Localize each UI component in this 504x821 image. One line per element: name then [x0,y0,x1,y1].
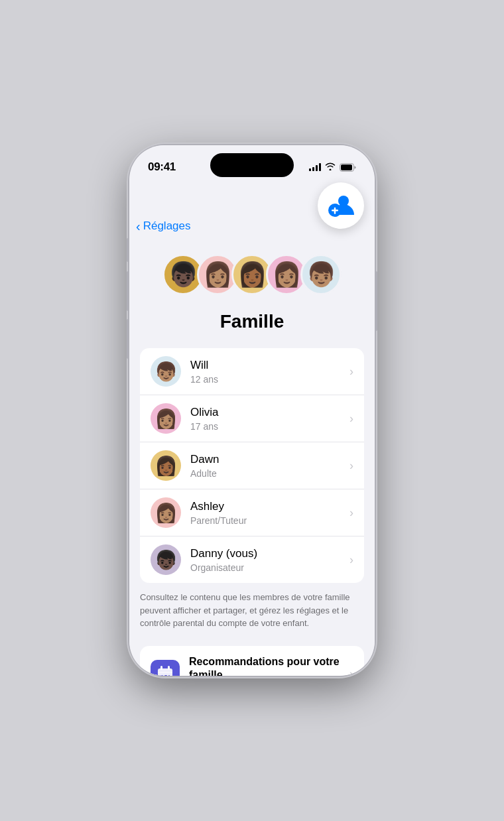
member-role-danny: Organisateur [190,562,344,573]
signal-bar-3 [316,165,318,171]
member-name-will: Will [190,358,344,373]
svg-rect-9 [158,672,172,673]
description-text: Consultez le contenu que les membres de … [129,583,375,643]
recommendation-card[interactable]: Recommandations pour votre famille 7 élé… [140,646,364,676]
back-label: Réglages [143,220,191,233]
member-avatar-olivia: 👩🏽 [151,403,181,434]
signal-bar-1 [309,168,311,171]
members-list: 👦🏽 Will 12 ans › 👩🏽 Olivia 17 ans › [140,348,364,583]
member-name-dawn: Dawn [190,452,344,467]
member-avatar-dawn: 👩🏾 [151,450,181,481]
status-time: 09:41 [148,160,176,174]
member-avatar-will: 👦🏽 [151,356,181,387]
recommendation-icon [151,660,180,676]
avatar-5: 👦🏽 [300,254,342,295]
recommendation-title: Recommandations pour votre famille [189,655,344,676]
member-info-ashley: Ashley Parent/Tuteur [190,499,344,525]
power-button [375,271,377,331]
svg-rect-10 [160,675,163,676]
member-info-olivia: Olivia 17 ans [190,405,344,431]
member-info-will: Will 12 ans [190,358,344,384]
page-title: Famille [129,306,375,348]
signal-bar-2 [312,167,314,171]
member-role-will: 12 ans [190,374,344,385]
member-name-ashley: Ashley [190,499,344,514]
chevron-right-ashley-icon: › [349,506,353,520]
chevron-right-danny-icon: › [349,553,353,567]
member-row-will[interactable]: 👦🏽 Will 12 ans › [140,348,364,395]
recommendation-info: Recommandations pour votre famille 7 élé… [189,655,344,676]
svg-rect-11 [164,675,167,676]
status-icons [309,162,356,172]
member-avatar-danny: 👦🏿 [151,544,181,575]
member-info-danny: Danny (vous) Organisateur [190,546,344,572]
chevron-right-olivia-icon: › [349,412,353,426]
add-member-button[interactable] [318,182,364,229]
dynamic-island [210,153,294,177]
svg-rect-3 [334,208,336,214]
member-name-danny: Danny (vous) [190,546,344,561]
signal-bars-icon [309,163,321,171]
phone-frame: 09:41 [129,145,375,676]
signal-bar-4 [319,163,321,171]
member-avatar-ashley: 👩🏽 [151,497,181,528]
battery-icon [340,163,356,172]
member-row-dawn[interactable]: 👩🏾 Dawn Adulte › [140,442,364,489]
member-row-danny[interactable]: 👦🏿 Danny (vous) Organisateur › [140,537,364,583]
member-row-ashley[interactable]: 👩🏽 Ashley Parent/Tuteur › [140,489,364,537]
member-role-ashley: Parent/Tuteur [190,515,344,526]
member-role-olivia: 17 ans [190,421,344,432]
wifi-icon [325,162,336,172]
chevron-right-will-icon: › [349,365,353,379]
svg-rect-5 [341,164,352,170]
member-role-dawn: Adulte [190,468,344,479]
add-person-icon [326,190,355,221]
member-name-olivia: Olivia [190,405,344,420]
chevron-right-recommendation-icon: › [349,667,353,676]
back-chevron-icon: ‹ [136,220,141,233]
svg-rect-8 [168,666,170,670]
member-info-dawn: Dawn Adulte [190,452,344,478]
back-button[interactable]: ‹ Réglages [136,220,191,233]
chevron-right-dawn-icon: › [349,459,353,473]
member-row-olivia[interactable]: 👩🏽 Olivia 17 ans › [140,395,364,442]
family-avatar-group: 👦🏿 👩🏽 👩🏾 👩🏽 👦🏽 [129,238,375,306]
svg-rect-7 [160,666,162,670]
